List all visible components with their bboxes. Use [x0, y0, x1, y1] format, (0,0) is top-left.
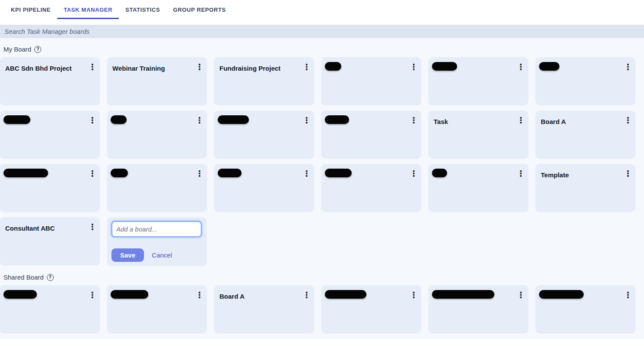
kebab-menu-icon[interactable]: ⋮	[410, 168, 418, 179]
kebab-menu-icon[interactable]: ⋮	[88, 61, 96, 72]
board-card[interactable]: ⋮	[428, 164, 528, 212]
board-card-title: Consultant ABC	[5, 225, 55, 232]
board-card[interactable]: ⋮	[428, 285, 528, 333]
kebab-menu-icon[interactable]: ⋮	[624, 114, 632, 126]
board-card[interactable]: Board A ⋮	[214, 285, 314, 333]
tab-bar: KPI PIPELINE TASK MANAGER STATISTICS GRO…	[0, 0, 644, 19]
board-card[interactable]: Webinar Training ⋮	[107, 57, 207, 105]
tab-statistics[interactable]: STATISTICS	[119, 0, 167, 19]
kebab-menu-icon[interactable]: ⋮	[410, 61, 418, 72]
kebab-menu-icon[interactable]: ⋮	[88, 114, 96, 126]
kebab-menu-icon[interactable]: ⋮	[410, 289, 418, 300]
kebab-menu-icon[interactable]: ⋮	[517, 114, 525, 126]
board-card-title: Webinar Training	[112, 65, 165, 72]
board-card[interactable]: ⋮	[214, 164, 314, 212]
kebab-menu-icon[interactable]: ⋮	[624, 168, 632, 179]
board-card[interactable]: ⋮	[321, 285, 421, 333]
kebab-menu-icon[interactable]: ⋮	[88, 289, 96, 300]
kebab-menu-icon[interactable]: ⋮	[196, 61, 203, 72]
kebab-menu-icon[interactable]: ⋮	[303, 168, 311, 179]
add-board-card: Save Cancel	[107, 217, 207, 266]
redacted-board-title	[539, 62, 559, 71]
redacted-board-title	[325, 169, 352, 177]
kebab-menu-icon[interactable]: ⋮	[517, 289, 525, 300]
board-card-title: Fundraising Project	[219, 65, 281, 72]
board-card[interactable]: Template ⋮	[536, 164, 635, 212]
kebab-menu-icon[interactable]: ⋮	[303, 61, 311, 72]
redacted-board-title	[111, 290, 148, 299]
board-card[interactable]: Board A ⋮	[536, 111, 635, 158]
board-card-title: ABC Sdn Bhd Project	[5, 65, 72, 72]
redacted-board-title	[325, 115, 349, 124]
section-header: My Board ?	[0, 46, 644, 53]
kebab-menu-icon[interactable]: ⋮	[303, 114, 311, 126]
board-card[interactable]: ⋮	[107, 111, 207, 158]
board-card[interactable]: ⋮	[0, 285, 100, 333]
redacted-board-title	[432, 62, 457, 71]
board-card[interactable]: ⋮	[107, 285, 207, 333]
redacted-board-title	[325, 290, 366, 299]
kebab-menu-icon[interactable]: ⋮	[624, 61, 632, 72]
board-card[interactable]: ⋮	[321, 164, 421, 212]
add-board-input[interactable]	[111, 221, 202, 237]
redacted-board-title	[432, 290, 494, 299]
kebab-menu-icon[interactable]: ⋮	[517, 61, 525, 72]
kebab-menu-icon[interactable]: ⋮	[624, 289, 632, 300]
redacted-board-title	[218, 115, 249, 124]
board-sections: My Board ? ABC Sdn Bhd Project ⋮ Webinar…	[0, 46, 644, 333]
redacted-board-title	[111, 115, 127, 124]
kebab-menu-icon[interactable]: ⋮	[196, 289, 203, 300]
board-card-title: Board A	[219, 293, 245, 300]
section-header: Shared Board ?	[0, 274, 644, 281]
board-section: Shared Board ? ⋮ ⋮ Board A ⋮ ⋮ ⋮ ⋮	[0, 274, 644, 333]
board-card[interactable]: Fundraising Project ⋮	[214, 57, 314, 105]
board-card[interactable]: ⋮	[0, 111, 100, 158]
kebab-menu-icon[interactable]: ⋮	[410, 114, 418, 126]
search-input[interactable]	[0, 25, 644, 38]
add-board-actions: Save Cancel	[111, 248, 203, 262]
redacted-board-title	[539, 290, 584, 299]
kebab-menu-icon[interactable]: ⋮	[88, 221, 96, 232]
cancel-button[interactable]: Cancel	[152, 251, 172, 259]
board-card[interactable]: ⋮	[214, 111, 314, 158]
board-section: My Board ? ABC Sdn Bhd Project ⋮ Webinar…	[0, 46, 644, 266]
board-card[interactable]: Task ⋮	[428, 111, 528, 158]
board-card[interactable]: ⋮	[107, 164, 207, 212]
section-title: Shared Board	[3, 274, 44, 281]
redacted-board-title	[3, 115, 30, 124]
board-card[interactable]: ⋮	[536, 285, 635, 333]
kebab-menu-icon[interactable]: ⋮	[303, 289, 311, 300]
board-card[interactable]: ⋮	[321, 57, 421, 105]
redacted-board-title	[3, 169, 48, 177]
board-card-title: Template	[541, 171, 569, 179]
board-card[interactable]: ⋮	[428, 57, 528, 105]
board-card-title: Board A	[541, 118, 566, 125]
redacted-board-title	[325, 62, 341, 71]
board-card[interactable]: ABC Sdn Bhd Project ⋮	[0, 57, 100, 105]
board-card-title: Task	[434, 118, 448, 125]
board-card[interactable]: ⋮	[321, 111, 421, 158]
kebab-menu-icon[interactable]: ⋮	[517, 168, 525, 179]
redacted-board-title	[111, 169, 128, 177]
redacted-board-title	[432, 169, 447, 177]
search-bar	[0, 25, 644, 38]
tab-group-reports[interactable]: GROUP REPORTS	[167, 0, 232, 19]
help-icon[interactable]: ?	[34, 46, 41, 53]
tab-kpi-pipeline[interactable]: KPI PIPELINE	[4, 0, 57, 19]
board-card[interactable]: Consultant ABC ⋮	[0, 217, 100, 265]
save-button[interactable]: Save	[111, 248, 144, 262]
kebab-menu-icon[interactable]: ⋮	[88, 168, 96, 179]
redacted-board-title	[3, 290, 37, 299]
tab-task-manager[interactable]: TASK MANAGER	[57, 0, 119, 19]
kebab-menu-icon[interactable]: ⋮	[196, 114, 203, 126]
section-title: My Board	[3, 46, 31, 53]
board-grid: ABC Sdn Bhd Project ⋮ Webinar Training ⋮…	[0, 57, 635, 266]
board-card[interactable]: ⋮	[0, 164, 100, 212]
kebab-menu-icon[interactable]: ⋮	[196, 168, 203, 179]
board-grid: ⋮ ⋮ Board A ⋮ ⋮ ⋮ ⋮	[0, 285, 635, 333]
redacted-board-title	[218, 169, 242, 177]
board-card[interactable]: ⋮	[536, 57, 635, 105]
header: KPI PIPELINE TASK MANAGER STATISTICS GRO…	[0, 0, 644, 25]
help-icon[interactable]: ?	[47, 274, 54, 281]
